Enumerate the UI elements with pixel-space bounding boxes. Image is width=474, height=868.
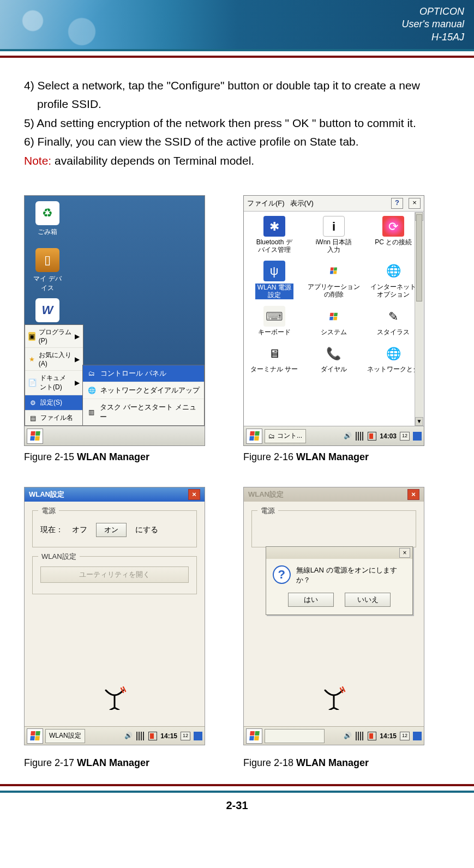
phone-icon: 📞 [323, 343, 345, 364]
network-globe-icon: 🌐 [382, 343, 404, 364]
taskbar: WLAN設定 🔊 14:15 12 [25, 726, 205, 745]
step-6: 6) Finally, you can view the SSID of the… [24, 134, 450, 150]
cp-system[interactable]: システム [304, 304, 363, 340]
start-menu-filename[interactable]: ▤ ファイル名 [25, 411, 83, 425]
taskbar-app-button[interactable]: WLAN設定 [45, 729, 85, 743]
header-text-block: OPTICON User's manual H-15AJ [402, 5, 464, 44]
signal-icon[interactable] [356, 432, 364, 441]
cp-bluetooth[interactable]: ✱ Bluetooth デバイス管理 [245, 214, 303, 257]
desktop-icon-mydevice[interactable]: ▯ マイ デバイス [31, 248, 64, 293]
net-tray-icon[interactable] [194, 732, 202, 740]
screenshot-2-16: ファイル(F) 表示(V) ? × ✱ Bluetooth デバイス管理 i i… [243, 195, 424, 446]
tray-icon-1[interactable]: 🔊 [344, 732, 352, 740]
cp-internet-options[interactable]: 🌐 インターネットオプション [364, 258, 423, 303]
system-tray: 🔊 14:03 12 [344, 432, 422, 441]
network-icon: 🌐 [87, 386, 96, 395]
desktop-icon-recycle[interactable]: ♻ ごみ箱 [31, 201, 64, 237]
ime-icon: i [323, 216, 345, 237]
figure-2-17: WLAN設定 × 電源 現在： オフ オン にする WLAN設定 [24, 487, 205, 769]
submenu-taskbar-start[interactable]: ▥ タスク バーとスタート メニュー [83, 399, 204, 425]
start-menu-documents[interactable]: 📄 ドキュメント(D) ▶ [25, 371, 83, 395]
figure-2-17-caption: Figure 2-17 WLAN Manager [24, 757, 205, 769]
battery-icon[interactable] [148, 732, 157, 740]
mydevice-label: マイ デバイス [31, 274, 64, 293]
sip-icon[interactable]: 12 [400, 732, 410, 740]
dialog-titlebar: × [266, 547, 412, 559]
caption-prefix: Figure 2-18 [243, 757, 296, 768]
document-icon: 📄 [28, 378, 37, 387]
taskbar-app-label: WLAN設定 [49, 731, 81, 740]
close-button[interactable]: × [188, 489, 200, 500]
taskbar-app-button[interactable]: 🗂 コント... [265, 429, 306, 443]
submenu-control-panel[interactable]: 🗂 コントロール パネル [83, 365, 204, 382]
caption-bold: WLAN Manager [77, 451, 149, 462]
figure-2-18-caption: Figure 2-18 WLAN Manager [243, 757, 424, 769]
start-button[interactable] [246, 429, 262, 444]
scroll-down-icon[interactable]: ▼ [415, 417, 423, 426]
cp-ime[interactable]: i iWnn 日本語入力 [304, 214, 363, 257]
start-menu-settings[interactable]: ⚙ 設定(S) [25, 395, 83, 411]
start-menu-filename-label: ファイル名 [40, 413, 73, 423]
signal-icon[interactable] [136, 732, 145, 740]
stylus-icon: ✎ [382, 306, 404, 327]
cp-wlan-power[interactable]: ψ WLAN 電源設定 [245, 258, 303, 303]
start-menu-programs[interactable]: ▣ プログラム(P) ▶ [25, 325, 83, 348]
sip-icon[interactable]: 12 [181, 732, 190, 740]
clock: 14:15 [160, 732, 177, 740]
taskbar-icon: ▥ [87, 408, 95, 417]
windows-flag-icon [30, 431, 40, 441]
no-button[interactable]: いいえ [345, 593, 391, 607]
net-tray-icon[interactable] [413, 432, 422, 441]
window-title: WLAN設定 [248, 490, 284, 499]
cp-stylus[interactable]: ✎ スタイラス [364, 304, 423, 340]
start-menu-favorites-label: お気に入り(A) [39, 351, 71, 367]
submenu-network-dialup[interactable]: 🌐 ネットワークとダイアルアップ [83, 382, 204, 399]
current-label: 現在： [40, 525, 63, 535]
tray-icon-1[interactable]: 🔊 [124, 732, 133, 740]
cp-keyboard[interactable]: ⌨ キーボード [245, 304, 303, 340]
device-icon: ▯ [35, 248, 59, 272]
start-button[interactable] [27, 728, 43, 744]
control-panel-menubar: ファイル(F) 表示(V) ? × [244, 196, 424, 212]
dialog-message: 無線LAN の電源をオンにしますか？ [296, 565, 406, 585]
power-on-button[interactable]: オン [96, 523, 127, 537]
antenna-icon [103, 686, 127, 710]
tray-icon-1[interactable]: 🔊 [344, 432, 352, 441]
net-tray-icon[interactable] [413, 732, 422, 740]
cp-terminal[interactable]: 🖥 ターミナル サー [245, 341, 303, 377]
gear-icon: ⚙ [28, 399, 37, 407]
start-menu-documents-label: ドキュメント(D) [40, 373, 71, 392]
dialog-close-button[interactable]: × [399, 548, 410, 558]
scrollbar[interactable]: ▲ ▼ [415, 212, 423, 426]
signal-icon[interactable] [356, 732, 364, 740]
battery-icon[interactable] [368, 732, 376, 740]
menu-view[interactable]: 表示(V) [290, 198, 314, 208]
antenna-icon [322, 686, 346, 710]
battery-icon[interactable] [368, 432, 376, 441]
cp-pclink[interactable]: ⟳ PC との接続 [364, 214, 423, 257]
open-utility-button[interactable]: ユーティリティを開く [40, 566, 189, 583]
system-tray: 🔊 14:15 12 [124, 732, 202, 740]
start-button[interactable] [246, 728, 262, 744]
start-button[interactable] [27, 429, 43, 444]
sip-icon[interactable]: 12 [400, 432, 410, 441]
yes-button[interactable]: はい [288, 593, 334, 607]
chevron-right-icon: ▶ [75, 355, 80, 363]
menu-file[interactable]: ファイル(F) [247, 198, 285, 208]
taskbar-app-button[interactable] [265, 729, 325, 743]
caption-bold: WLAN Manager [296, 757, 369, 768]
cp-dial[interactable]: 📞 ダイヤル [304, 341, 363, 377]
help-button[interactable]: ? [391, 198, 403, 209]
cp-app-remove[interactable]: アプリケーションの削除 [304, 258, 363, 303]
control-panel-grid: ✱ Bluetooth デバイス管理 i iWnn 日本語入力 ⟳ PC との接… [244, 212, 424, 379]
close-button[interactable]: × [407, 489, 419, 500]
wlan-icon: ψ [263, 261, 285, 281]
close-button[interactable]: × [409, 198, 421, 209]
confirm-dialog: × ? 無線LAN の電源をオンにしますか？ はい いいえ [266, 546, 413, 615]
scroll-thumb[interactable] [416, 214, 422, 302]
window-titlebar-inactive: WLAN設定 × [244, 487, 424, 502]
start-menu-favorites[interactable]: ★ お気に入り(A) ▶ [25, 348, 83, 371]
figure-2-15: ♻ ごみ箱 ▯ マイ デバイス W Microsoft [24, 195, 205, 463]
taskbar: 🗂 コント... 🔊 14:03 12 [244, 426, 424, 445]
cp-network[interactable]: 🌐 ネットワークとダ [364, 341, 423, 377]
